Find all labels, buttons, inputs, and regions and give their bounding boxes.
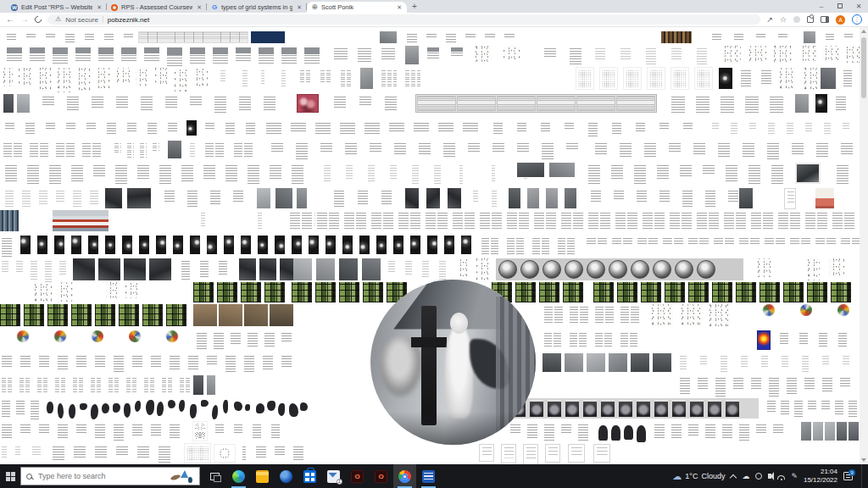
thumbnail[interactable]: [670, 94, 687, 116]
thumbnail[interactable]: [542, 304, 565, 326]
thumbnail[interactable]: [565, 188, 576, 208]
thumbnail[interactable]: [798, 330, 810, 348]
thumbnail[interactable]: [576, 422, 590, 444]
thumbnail[interactable]: [636, 236, 659, 246]
thumbnail[interactable]: [264, 120, 283, 136]
thumbnail[interactable]: [97, 68, 110, 88]
thumbnail[interactable]: [563, 282, 583, 302]
thumbnail[interactable]: [300, 402, 308, 411]
thumbnail[interactable]: [332, 46, 349, 63]
thumbnail[interactable]: [412, 120, 431, 136]
thumbnail[interactable]: [294, 141, 309, 162]
thumbnail[interactable]: [254, 444, 268, 462]
thumbnail[interactable]: [565, 353, 583, 372]
browser-menu-icon[interactable]: ⋮: [852, 14, 862, 25]
thumbnail[interactable]: [214, 444, 236, 463]
thumbnail[interactable]: [71, 304, 92, 326]
thumbnail[interactable]: [838, 375, 852, 391]
thumbnail[interactable]: [316, 258, 335, 280]
thumbnail[interactable]: [241, 444, 248, 463]
back-button-icon[interactable]: ←: [6, 15, 14, 24]
thumbnail[interactable]: [71, 188, 83, 211]
thumbnail[interactable]: [692, 141, 707, 158]
thumbnail[interactable]: [51, 444, 66, 463]
thumbnail[interactable]: [785, 120, 795, 136]
thumbnail[interactable]: [25, 31, 37, 42]
thumbnail[interactable]: [293, 258, 312, 280]
thumbnail[interactable]: [263, 330, 276, 351]
thumbnail[interactable]: [480, 236, 500, 258]
thumbnail[interactable]: [778, 330, 790, 348]
thumbnail[interactable]: [532, 210, 558, 231]
thumbnail[interactable]: [292, 282, 312, 302]
thumbnail[interactable]: [89, 375, 103, 395]
thumbnail[interactable]: [476, 258, 488, 283]
thumbnail[interactable]: [780, 68, 795, 89]
thumbnail[interactable]: [517, 163, 544, 177]
thumbnail[interactable]: [641, 210, 666, 231]
thumbnail[interactable]: [280, 330, 293, 345]
task-view-button[interactable]: [203, 464, 225, 488]
thumbnail[interactable]: [515, 120, 528, 136]
thumbnail[interactable]: [444, 236, 454, 254]
thumbnail[interactable]: [696, 375, 709, 393]
share-icon[interactable]: ↗: [766, 16, 773, 24]
thumbnail[interactable]: [179, 400, 185, 412]
thumbnail[interactable]: [142, 46, 161, 64]
window-maximize-button[interactable]: [831, 3, 849, 10]
thumbnail[interactable]: [262, 94, 277, 114]
thumbnail[interactable]: [239, 258, 256, 280]
thumbnail[interactable]: [815, 94, 827, 113]
thumbnail[interactable]: [849, 422, 859, 441]
thumbnail[interactable]: [760, 353, 770, 369]
thumbnail[interactable]: [747, 163, 762, 188]
thumbnail[interactable]: [37, 353, 51, 370]
thumbnail[interactable]: [387, 120, 406, 135]
thumbnail[interactable]: [415, 94, 657, 113]
tab-coursework[interactable]: RPS - Assessed Coursework - Wo ✕: [107, 2, 207, 13]
thumbnail[interactable]: [644, 46, 658, 69]
thumbnail[interactable]: [319, 68, 334, 85]
thumbnail[interactable]: [64, 31, 76, 45]
thumbnail[interactable]: [806, 398, 818, 413]
thumbnail[interactable]: [680, 304, 702, 326]
thumbnail[interactable]: [149, 422, 163, 438]
tab-google-search[interactable]: G types of grid systems in graphic ✕: [207, 2, 307, 13]
thumbnail[interactable]: [65, 94, 81, 114]
thumbnail[interactable]: [540, 141, 555, 163]
thumbnail[interactable]: [168, 353, 181, 372]
forward-button-icon[interactable]: →: [20, 15, 29, 24]
thumbnail[interactable]: [71, 375, 85, 395]
thumbnail[interactable]: [593, 444, 610, 463]
thumbnail[interactable]: [817, 330, 829, 349]
thumbnail[interactable]: [241, 68, 249, 89]
thumbnail[interactable]: [34, 282, 53, 302]
thumbnail[interactable]: [503, 31, 516, 42]
thumbnail[interactable]: [773, 46, 792, 64]
thumbnail[interactable]: [69, 404, 75, 419]
thumbnail[interactable]: [678, 375, 692, 398]
thumbnail[interactable]: [278, 403, 285, 416]
thumbnail[interactable]: [523, 444, 538, 464]
thumbnail[interactable]: [358, 94, 373, 109]
thumbnail[interactable]: [376, 236, 387, 254]
thumbnail[interactable]: [765, 398, 777, 414]
thumbnail[interactable]: [821, 353, 831, 369]
thumbnail[interactable]: [47, 402, 53, 413]
thumbnail[interactable]: [823, 46, 840, 62]
thumbnail[interactable]: [671, 68, 688, 89]
thumbnail[interactable]: [303, 46, 321, 67]
thumbnail[interactable]: [131, 353, 144, 369]
thumbnail[interactable]: [28, 46, 47, 64]
tab-edit-post[interactable]: W Edit Post "RPS – Websites That B ✕: [7, 2, 107, 13]
thumbnail[interactable]: [29, 258, 39, 283]
thumbnail[interactable]: [724, 163, 739, 185]
thumbnail[interactable]: [119, 304, 139, 326]
thumbnail[interactable]: [509, 188, 520, 208]
thumbnail[interactable]: [131, 422, 144, 440]
thumbnail[interactable]: [259, 68, 266, 86]
thumbnail[interactable]: [3, 120, 16, 132]
thumbnail[interactable]: [743, 94, 760, 116]
thumbnail[interactable]: [168, 400, 175, 408]
thumbnail[interactable]: [383, 94, 398, 114]
